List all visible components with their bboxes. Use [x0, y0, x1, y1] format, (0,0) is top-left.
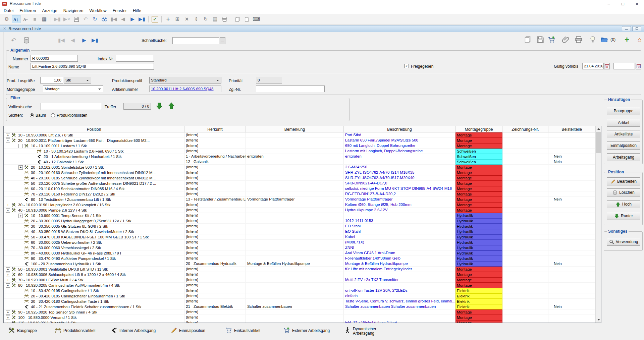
sort-custom-icon[interactable]: a-: [21, 15, 30, 23]
table-row[interactable]: −40 - 10.910.0006 Pumpe 2.6 12V / 4 Stk(…: [4, 208, 595, 213]
collapse-icon[interactable]: −: [6, 208, 10, 213]
move-icon[interactable]: ⇕: [192, 15, 201, 23]
table-row[interactable]: 20 - 30.300.0005 Hydraulikaggregat 0,75c…: [4, 218, 595, 224]
prev-record-icon[interactable]: ◀: [119, 15, 127, 23]
artikelnummer-field[interactable]: 10.200.0011 Lift 2.6-600S.690 SQ48: [149, 86, 221, 92]
keyboard-icon[interactable]: ⌨: [252, 15, 261, 23]
zgnr-field[interactable]: [256, 86, 325, 92]
table-row[interactable]: −10 - 10.109.0011 Lastarm / 1 Stk(Intern…: [4, 143, 595, 149]
table-row[interactable]: 50 - 20.120.0075 Scheibe großer Außendur…: [4, 181, 595, 186]
redo-icon[interactable]: ↻: [91, 15, 99, 23]
bearbeiten-button[interactable]: Bearbeiten: [607, 177, 640, 185]
expand-icon[interactable]: +: [6, 273, 10, 277]
table-row[interactable]: 40 - 21 Zusammenbau Elektrik Schalter zu…: [4, 304, 595, 309]
expand-icon[interactable]: +: [6, 203, 10, 207]
table-row[interactable]: +20 - 10.102.0001 Spindelstütze 500 / 1 …: [4, 165, 595, 170]
menu-item-anzeige[interactable]: Anzeige: [39, 7, 60, 14]
add-artikel-button[interactable]: Artikel: [607, 119, 640, 127]
scrollbar-thumb[interactable]: [596, 132, 601, 153]
minimize-button[interactable]: –: [602, 0, 616, 7]
add-icon[interactable]: +: [164, 15, 172, 23]
sichten-produktionslisten-radio[interactable]: [51, 113, 55, 117]
table-row[interactable]: 20 - 1 Arbeitsvorbereitung / Nacharbeit …: [4, 154, 595, 159]
table-row[interactable]: 70 - 20.120.0150 Federring DIN127 D20,2 …: [4, 191, 595, 197]
add-baugruppe-button[interactable]: Baugruppe: [607, 107, 640, 115]
table-row[interactable]: 80 - 13 Testständer / Zusammenbau Lift /…: [4, 197, 595, 202]
close-button[interactable]: ×: [630, 0, 644, 7]
last-record-icon[interactable]: ▶▮: [138, 15, 146, 23]
menu-item-hilfe[interactable]: Hilfe: [130, 7, 144, 14]
profil-combo[interactable]: Standard: [149, 77, 221, 83]
montagegruppe-combo[interactable]: Montage: [43, 86, 103, 92]
table-row[interactable]: 50 - 30.470.0130 KABELBINDER-SET 100 MM …: [4, 234, 595, 240]
save-icon[interactable]: [72, 15, 80, 23]
add-arbeitsgang-button[interactable]: Arbeitsgang: [607, 153, 640, 161]
table-row[interactable]: 10 - 30.100.2420 Lastarm 2.6-Fairl. 690 …: [4, 149, 595, 154]
table-row[interactable]: +100 - 10.880.0000 Versand / 1 Stk(Inter…: [4, 315, 595, 320]
collapse-icon[interactable]: −: [6, 138, 10, 143]
table-row[interactable]: −20 - 10.900.0011 Platformträger Lastarm…: [4, 138, 595, 143]
vertical-scrollbar[interactable]: [595, 126, 601, 323]
list-view-icon[interactable]: ≡: [31, 15, 39, 23]
print-icon[interactable]: [574, 35, 584, 45]
gueltig-bis-field[interactable]: [613, 63, 635, 69]
column-header-montagegruppe[interactable]: Montagegruppe: [455, 126, 502, 132]
collapse-icon[interactable]: −: [18, 144, 23, 148]
table-row[interactable]: 40 - 12 Galvanik / 1 Stk12 - GalvanikSch…: [4, 159, 595, 165]
import-icon[interactable]: [243, 15, 251, 23]
maximize-button[interactable]: □: [616, 0, 630, 7]
table-row[interactable]: 30 - 20.100.0160 Schraube Zylinderkopf m…: [4, 170, 595, 175]
hoch-button[interactable]: Hoch: [607, 200, 640, 208]
table-row[interactable]: +60 - 10.935.0006 Schlauchpaket Lift 8 x…: [4, 272, 595, 277]
table-row[interactable]: +70 - 10.920.0001 E-Box Multi 2 / 4 Stk(…: [4, 277, 595, 283]
delete-record-icon[interactable]: [21, 35, 32, 45]
gueltig-von-calendar-button[interactable]: [604, 63, 610, 69]
table-row[interactable]: 60 - 20.110.0100 Sechskantmutter DIN985 …: [4, 186, 595, 191]
sichten-baum-radio[interactable]: [30, 113, 34, 117]
home-icon[interactable]: ⌂: [635, 35, 644, 45]
settings-icon[interactable]: ⚙: [2, 15, 11, 23]
column-header-herkunft[interactable]: Herkunft: [184, 126, 246, 132]
find-prev-button[interactable]: [167, 102, 176, 110]
gueltig-von-field[interactable]: 21.04.2016: [582, 63, 604, 69]
menu-item-editieren[interactable]: Editieren: [16, 7, 39, 14]
table-row[interactable]: 20 - 30.420.0185 Carlingschalter Einbaur…: [4, 293, 595, 299]
undo-icon[interactable]: ↶: [9, 35, 19, 45]
panel-restore-button[interactable]: [632, 26, 641, 31]
purchase-import-icon[interactable]: [547, 35, 557, 45]
sort-az-icon[interactable]: a↓: [12, 15, 20, 23]
properties-icon[interactable]: ▤: [211, 15, 219, 23]
find-icon[interactable]: [100, 15, 109, 23]
add-artikelliste-button[interactable]: Artikelliste: [607, 130, 640, 138]
runter-button[interactable]: Runter: [607, 212, 640, 220]
table-row[interactable]: 30 - 30.420.0180 Carlingschalter Taste /…: [4, 299, 595, 304]
menu-item-navigieren[interactable]: Navigieren: [60, 7, 87, 14]
last-record-icon[interactable]: ▶▮: [90, 35, 100, 45]
scroll-down-button[interactable]: [596, 317, 601, 323]
index-field[interactable]: [116, 55, 154, 62]
expand-icon[interactable]: +: [6, 316, 10, 320]
verwendung-button[interactable]: Verwendung: [607, 238, 640, 246]
freigegeben-checkbox[interactable]: ✓: [405, 64, 409, 68]
documents-folder-icon[interactable]: [599, 35, 609, 45]
table-row[interactable]: 40 - 30.350.0015 W-Stutzen DKO 8L Gewind…: [4, 229, 595, 234]
collapse-icon[interactable]: −: [6, 283, 10, 288]
add-new-icon[interactable]: +: [622, 35, 632, 45]
table-row[interactable]: +50 - 10.930.0001 Ventilplatte DP0.8 Lif…: [4, 267, 595, 272]
table-row[interactable]: +90 - 10.925.0020 Top Sensor Stb innen /…: [4, 309, 595, 315]
table-row[interactable]: +10 - 10.999.0001 Temp Sensor Kit / 1 St…: [4, 213, 595, 218]
table-row[interactable]: −80 - 10.920.0205 Carlingschalter Auf/Ab…: [4, 283, 595, 288]
quick-search-more-button[interactable]: ...: [220, 37, 225, 44]
add-child-icon[interactable]: ⊞: [173, 15, 182, 23]
first-record-icon[interactable]: ▮◀: [109, 15, 118, 23]
table-row[interactable]: 70 - 30.000.0060 Verschlusskegel / 2 Stk…: [4, 245, 595, 250]
expand-icon[interactable]: +: [18, 165, 23, 170]
table-row[interactable]: 90 - 30.470.0490 Aufkleber Pumpendeckel …: [4, 256, 595, 261]
export-icon[interactable]: [233, 15, 242, 23]
scroll-up-button[interactable]: [596, 126, 601, 132]
grid-view-icon[interactable]: ▦: [40, 15, 49, 23]
column-header-beistellteile[interactable]: Beistellteile: [548, 126, 595, 132]
run-to-icon[interactable]: ▶▮: [53, 15, 62, 23]
prev-record-icon[interactable]: ◀: [68, 35, 78, 45]
table-row[interactable]: 80 - 40.000.0030 Hydrauliköl GF 46 (Fass…: [4, 250, 595, 256]
